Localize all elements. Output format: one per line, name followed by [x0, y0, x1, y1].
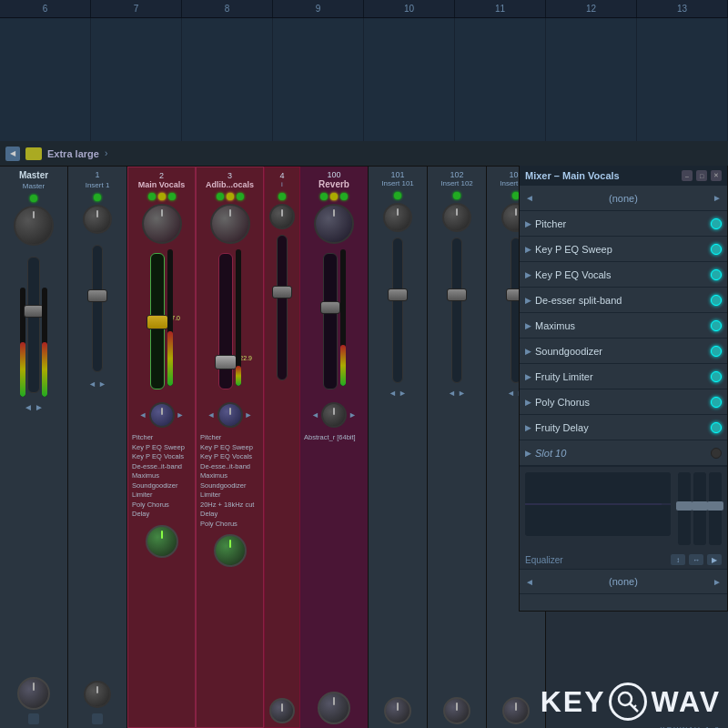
fx-led-soundgoodizer[interactable]	[711, 346, 722, 357]
channel-adlib-vocals[interactable]: 3 Adlib...ocals -22.9 ◄ ►	[196, 167, 264, 728]
insert1-led[interactable]	[94, 194, 101, 201]
fx-led-pitcher[interactable]	[711, 218, 722, 229]
insert1-send-knob[interactable]	[84, 681, 111, 708]
insert102-send-knob[interactable]	[443, 697, 470, 724]
fx-led-fruity-delay[interactable]	[711, 422, 722, 433]
insert1-fader-handle[interactable]	[87, 289, 107, 302]
master-nav-left[interactable]: ◄	[24, 402, 33, 412]
main-vocals-knob2[interactable]	[149, 402, 175, 428]
main-vocals-led1[interactable]	[148, 193, 156, 200]
insert102-pan[interactable]	[442, 203, 471, 232]
fx-led-fruity-limiter[interactable]	[711, 371, 722, 382]
fx-slot-fruity-delay[interactable]: ▶ Fruity Delay	[520, 415, 727, 440]
main-vocals-led3[interactable]	[168, 193, 176, 200]
insert101-fader-handle[interactable]	[388, 288, 408, 301]
fx-slot-10[interactable]: ▶ Slot 10	[520, 440, 727, 466]
fx-led-maximus[interactable]	[711, 320, 722, 331]
reverb-fader-track[interactable]	[323, 253, 338, 389]
insert103-nav-left[interactable]: ◄	[507, 389, 515, 398]
adlib-nav-right[interactable]: ►	[245, 410, 253, 420]
master-pan-knob[interactable]	[14, 206, 54, 246]
view-toggle[interactable]	[25, 147, 42, 160]
channel-insert102[interactable]: 102 Insert 102 ◄ ►	[428, 167, 487, 728]
fx-slot-fruity-limiter[interactable]: ▶ Fruity Limiter	[520, 364, 727, 389]
eq-source-selector[interactable]: ◄ (none) ►	[520, 569, 727, 594]
mini-fader-3[interactable]	[709, 472, 722, 545]
fx-led-key-eq-sweep[interactable]	[711, 244, 722, 255]
insert102-fader-handle[interactable]	[447, 288, 467, 301]
mini-fader-2-handle[interactable]	[692, 501, 708, 511]
insert1-nav-right[interactable]: ►	[98, 379, 106, 389]
channel-insert4[interactable]: 4 i	[264, 167, 300, 728]
adlib-send-knob[interactable]	[214, 534, 247, 567]
insert1-btn[interactable]	[92, 713, 103, 724]
channel-main-vocals[interactable]: 2 Main Vocals -7.0 ◄ ►	[127, 167, 196, 728]
source-arrow-left[interactable]: ◄	[525, 193, 534, 203]
adlib-nav-left[interactable]: ◄	[207, 410, 216, 420]
mini-fader-1[interactable]	[678, 472, 691, 545]
reverb-pan[interactable]	[314, 204, 354, 244]
main-vocals-nav-left[interactable]: ◄	[139, 410, 147, 420]
fx-slot-key-eq-vocals[interactable]: ▶ Key P EQ Vocals	[520, 262, 727, 288]
mini-fader-3-handle[interactable]	[707, 501, 723, 511]
insert101-nav-right[interactable]: ►	[399, 389, 407, 398]
master-send-knob[interactable]	[17, 677, 50, 710]
win-close[interactable]: ✕	[711, 170, 722, 181]
insert101-nav-left[interactable]: ◄	[389, 389, 397, 398]
insert101-send-knob[interactable]	[384, 697, 411, 724]
insert1-fader-track[interactable]	[92, 245, 103, 372]
source-selector[interactable]: ◄ (none) ►	[520, 186, 727, 211]
insert102-nav-left[interactable]: ◄	[448, 389, 456, 398]
mini-fader-2[interactable]	[693, 472, 706, 545]
adlib-led2[interactable]	[227, 193, 234, 200]
insert1-nav-left[interactable]: ◄	[88, 379, 96, 389]
insert101-pan[interactable]	[383, 203, 412, 232]
adlib-fader-track[interactable]: -22.9	[218, 253, 233, 389]
eq-ctrl-2[interactable]: ↔	[689, 554, 703, 565]
reverb-knob2[interactable]	[321, 402, 347, 428]
adlib-fader-handle[interactable]	[215, 355, 237, 369]
insert4-fader-track[interactable]	[277, 235, 288, 380]
adlib-led3[interactable]	[237, 193, 244, 200]
win-minimize[interactable]: –	[682, 170, 693, 181]
reverb-led1[interactable]	[320, 193, 328, 200]
fx-slot-de-esser[interactable]: ▶ De-esser split-band	[520, 288, 727, 313]
insert101-led[interactable]	[394, 192, 401, 199]
fx-led-slot10[interactable]	[711, 448, 722, 459]
reverb-led3[interactable]	[340, 193, 348, 200]
adlib-knob2[interactable]	[217, 402, 243, 428]
main-vocals-pan[interactable]	[142, 204, 182, 244]
eq-ctrl-1[interactable]: ↕	[671, 554, 685, 565]
master-fader-track[interactable]	[27, 257, 40, 393]
insert101-fader-track[interactable]	[392, 238, 403, 383]
insert1-pan[interactable]	[83, 205, 112, 234]
fx-led-key-eq-vocals[interactable]	[711, 269, 722, 280]
reverb-nav-right[interactable]: ►	[349, 410, 357, 420]
main-vocals-led2[interactable]	[158, 193, 166, 200]
fx-slot-soundgoodizer[interactable]: ▶ Soundgoodizer	[520, 339, 727, 364]
reverb-send-knob[interactable]	[318, 692, 350, 724]
eq-source-left[interactable]: ◄	[525, 577, 534, 587]
main-vocals-fader-handle[interactable]	[147, 315, 168, 329]
main-vocals-nav-right[interactable]: ►	[177, 410, 185, 420]
main-vocals-fader-track[interactable]: -7.0	[150, 253, 165, 389]
toolbar-expand-arrow[interactable]: ›	[105, 148, 107, 158]
insert102-fader-track[interactable]	[451, 238, 462, 383]
fx-slot-poly-chorus[interactable]: ▶ Poly Chorus	[520, 389, 727, 415]
master-fader-handle[interactable]	[24, 305, 44, 318]
mixer-icon[interactable]: ◀	[5, 147, 20, 161]
insert102-led[interactable]	[453, 192, 460, 199]
fx-slot-key-eq-sweep[interactable]: ▶ Key P EQ Sweep	[520, 237, 727, 262]
insert103-send-knob[interactable]	[502, 697, 530, 724]
channel-master[interactable]: Master Master ◄ ►	[0, 167, 68, 728]
win-maximize[interactable]: □	[696, 170, 707, 181]
reverb-nav-left[interactable]: ◄	[311, 410, 319, 420]
source-arrow-right[interactable]: ►	[713, 193, 722, 203]
fx-led-poly-chorus[interactable]	[711, 397, 722, 408]
master-led[interactable]	[30, 195, 37, 202]
master-nav-right[interactable]: ►	[35, 402, 44, 412]
insert4-led[interactable]	[278, 193, 286, 200]
channel-insert1[interactable]: 1 Insert 1 ◄ ►	[68, 167, 127, 728]
eq-source-right[interactable]: ►	[713, 577, 722, 587]
channel-insert101[interactable]: 101 Insert 101 ◄ ►	[369, 167, 428, 728]
